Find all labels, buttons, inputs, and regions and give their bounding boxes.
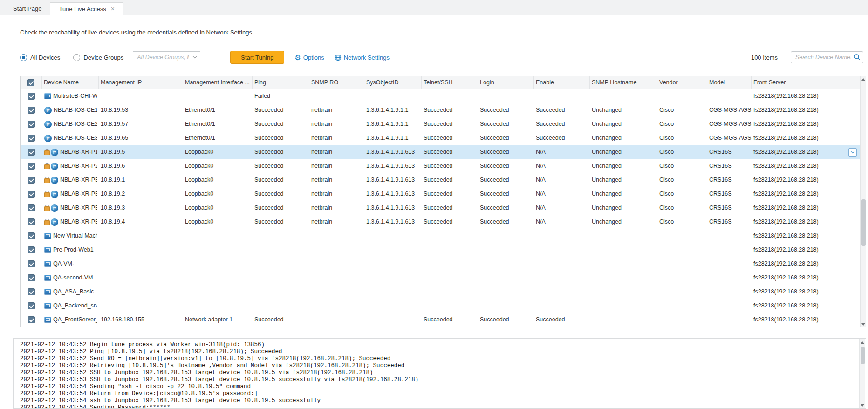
column-header-vendor[interactable]: Vendor (657, 76, 707, 89)
cell-ping: Succeeded (253, 103, 309, 117)
table-scrollbar-thumb[interactable] (861, 199, 866, 246)
row-checkbox[interactable] (28, 121, 35, 128)
cell-front-server: fs28218(192.168.28.218) (752, 159, 860, 173)
device-groups-select[interactable]: All Device Groups, My ... (133, 51, 200, 63)
start-tuning-button[interactable]: Start Tuning (230, 51, 284, 64)
table-row[interactable]: NBLAB-IOS-CE310.8.19.65Ethernet0/1Succee… (21, 131, 860, 145)
cell-enable: N/A (534, 159, 590, 173)
table-row[interactable]: NBLAB-IOS-CE210.8.19.57Ethernet0/1Succee… (21, 117, 860, 131)
scroll-up-icon[interactable] (860, 339, 865, 346)
table-row[interactable]: QA_FrontServer_192.168.180.155Network ad… (21, 313, 860, 327)
close-icon[interactable]: × (111, 6, 115, 12)
column-header-front-server[interactable]: Front Server (752, 76, 860, 89)
column-header-enable[interactable]: Enable (534, 76, 590, 89)
scroll-down-icon[interactable] (860, 402, 865, 409)
column-header-sysobjectid[interactable]: SysObjectID (364, 76, 422, 89)
cell-sysobjectid (364, 299, 422, 313)
table-row[interactable]: QA_ASA_Basicfs28218(192.168.28.218) (21, 285, 860, 299)
row-checkbox[interactable] (28, 260, 35, 267)
table-row[interactable]: NBLAB-XR-PE10.8.19.1Loopback0Succeededne… (21, 173, 860, 187)
table-row[interactable]: NBLAB-XR-P210.8.19.6Loopback0Succeededne… (21, 159, 860, 173)
row-checkbox[interactable] (28, 316, 35, 323)
table-row[interactable]: New Virtual Machfs28218(192.168.28.218) (21, 229, 860, 243)
cell-telnet-ssh: Succeeded (422, 201, 478, 215)
cell-ping: Failed (253, 89, 309, 103)
items-count: 100 Items (751, 54, 778, 61)
row-checkbox[interactable] (28, 163, 35, 170)
tab-start-page[interactable]: Start Page (5, 2, 50, 15)
all-devices-radio[interactable]: All Devices (20, 54, 60, 61)
cell-vendor: Cisco (657, 103, 707, 117)
row-checkbox[interactable] (28, 135, 35, 142)
scroll-down-icon[interactable] (861, 321, 866, 327)
log-scrollbar[interactable] (859, 339, 865, 409)
table-row[interactable]: Pre-Prod-Web1fs28218(192.168.28.218) (21, 243, 860, 257)
options-link[interactable]: ⚙ Options (294, 54, 324, 61)
row-checkbox[interactable] (28, 149, 35, 156)
table-row[interactable]: NBLAB-XR-P110.8.19.5Loopback0Succeededne… (21, 145, 860, 159)
cell-model (707, 299, 752, 313)
row-checkbox[interactable] (28, 232, 35, 239)
log-line: 2021-02-12 10:43:54 ssh to Jumpbox 192.1… (20, 397, 856, 404)
scroll-up-icon[interactable] (861, 76, 866, 82)
table-row[interactable]: QA-VM-fs28218(192.168.28.218) (21, 257, 860, 271)
row-actions-dropdown[interactable] (848, 148, 857, 157)
network-settings-link[interactable]: Network Settings (335, 54, 390, 61)
column-header-login[interactable]: Login (478, 76, 534, 89)
cell-snmp-hostname: Unchanged (590, 145, 657, 159)
column-header-management-interface[interactable]: Management Interface ... (183, 76, 253, 89)
row-checkbox[interactable] (28, 274, 35, 281)
cell-snmp-hostname (590, 257, 657, 271)
row-checkbox[interactable] (28, 177, 35, 184)
chevron-down-icon (189, 52, 200, 63)
search-icon[interactable] (854, 54, 861, 62)
column-header-ping[interactable]: Ping (253, 76, 309, 89)
row-checkbox[interactable] (28, 93, 35, 100)
cell-snmp-hostname: Unchanged (590, 215, 657, 229)
column-header-snmp-hostname[interactable]: SNMP Hostname (590, 76, 657, 89)
row-checkbox[interactable] (28, 204, 35, 211)
log-scrollbar-thumb[interactable] (861, 347, 865, 364)
cell-enable: N/A (534, 201, 590, 215)
device-groups-radio[interactable]: Device Groups (73, 54, 123, 61)
table-row[interactable]: QA-second-VMfs28218(192.168.28.218) (21, 271, 860, 285)
row-checkbox[interactable] (28, 107, 35, 114)
column-header-snmp-ro[interactable]: SNMP RO (309, 76, 364, 89)
table-row[interactable]: NBLAB-XR-PE10.8.19.4Loopback0Succeededne… (21, 215, 860, 229)
cell-ping (253, 229, 309, 243)
cell-sysobjectid (364, 257, 422, 271)
log-line: 2021-02-12 10:43:52 SSH to Jumpbox 192.1… (20, 369, 856, 376)
table-row[interactable]: NBLAB-XR-PE10.8.19.2Loopback0Succeededne… (21, 187, 860, 201)
cell-vendor: Cisco (657, 201, 707, 215)
cell-model (707, 271, 752, 285)
table-row[interactable]: QA_Backend_srvfs28218(192.168.28.218) (21, 299, 860, 313)
column-header-telnet-ssh[interactable]: Telnet/SSH (422, 76, 478, 89)
cell-vendor: Cisco (657, 145, 707, 159)
select-all-checkbox[interactable] (27, 79, 34, 86)
row-checkbox[interactable] (28, 288, 35, 295)
device-name: NBLAB-IOS-CE1 (54, 103, 97, 117)
log-line: 2021-02-12 10:43:52 Send RO = [netbrain]… (20, 355, 856, 362)
router-device-icon (51, 191, 58, 198)
row-checkbox-cell (21, 159, 42, 173)
cell-vendor: Cisco (657, 131, 707, 145)
row-checkbox[interactable] (28, 246, 35, 253)
cell-vendor: Cisco (657, 173, 707, 187)
device-name: QA-VM- (53, 257, 74, 271)
cell-vendor: Cisco (657, 159, 707, 173)
cell-snmp-hostname: Unchanged (590, 117, 657, 131)
column-header-device-name[interactable]: Device Name (42, 76, 99, 89)
row-checkbox[interactable] (28, 302, 35, 309)
cell-login: Succeeded (478, 187, 534, 201)
tab-tune-live-access[interactable]: Tune Live Access × (50, 2, 123, 15)
column-header-management-ip[interactable]: Management IP (99, 76, 183, 89)
row-checkbox[interactable] (28, 191, 35, 198)
search-input[interactable] (791, 51, 863, 63)
row-checkbox[interactable] (28, 218, 35, 225)
column-header-model[interactable]: Model (707, 76, 752, 89)
table-row[interactable]: MultisiteB-CHI-WFailedfs28218(192.168.28… (21, 89, 860, 103)
table-row[interactable]: NBLAB-IOS-CE110.8.19.53Ethernet0/1Succee… (21, 103, 860, 117)
table-scrollbar[interactable] (860, 76, 866, 327)
device-name: NBLAB-XR-P1 (60, 145, 97, 159)
table-row[interactable]: NBLAB-XR-PE10.8.19.3Loopback0Succeededne… (21, 201, 860, 215)
